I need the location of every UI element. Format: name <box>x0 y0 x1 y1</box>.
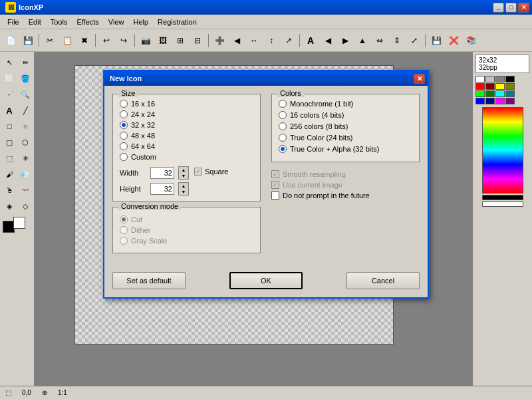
dialog-left-panel: Size 16 x 16 24 x 24 32 x 32 <box>112 94 261 259</box>
height-input[interactable] <box>150 183 174 195</box>
color-label-monochrome: Monochrome (1 bit) <box>290 100 353 108</box>
color-radio-true24[interactable] <box>279 134 287 142</box>
grayscale-radio[interactable] <box>120 237 128 245</box>
height-spinner: ▲ ▼ <box>178 182 189 196</box>
conversion-cut: Cut <box>120 215 253 223</box>
size-option-48: 48 x 48 <box>120 132 253 140</box>
grayscale-label: Gray Scale <box>131 237 167 245</box>
size-group-label: Size <box>118 89 138 97</box>
size-radio-32[interactable] <box>120 121 128 129</box>
ok-button[interactable]: OK <box>229 272 303 289</box>
dialog-close-button[interactable]: ✕ <box>414 74 425 84</box>
conversion-mode-label: Conversion mode <box>118 202 181 210</box>
width-label: Width <box>120 169 146 177</box>
width-row: Width ▲ ▼ <box>120 166 189 180</box>
size-radio-64[interactable] <box>120 142 128 150</box>
dialog-title-bar: New Icon ✕ <box>104 71 428 86</box>
color-label-true32: True Color + Alpha (32 bits) <box>290 145 379 153</box>
width-input[interactable] <box>150 167 174 179</box>
color-monochrome: Monochrome (1 bit) <box>279 100 412 108</box>
size-radio-48[interactable] <box>120 132 128 140</box>
dialog-overlay: New Icon ✕ Size 16 x 16 24 x 24 <box>0 0 532 399</box>
color-label-256: 256 colors (8 bits) <box>290 122 348 130</box>
size-label-24: 24 x 24 <box>131 110 155 118</box>
size-option-custom: Custom <box>120 153 253 161</box>
smooth-resampling-checkbox[interactable] <box>271 170 279 178</box>
color-radio-true32[interactable] <box>279 145 287 153</box>
size-option-64: 64 x 64 <box>120 142 253 150</box>
use-current-image-item: Use current image <box>271 181 420 189</box>
size-group: Size 16 x 16 24 x 24 32 x 32 <box>112 94 261 201</box>
size-label-16: 16 x 16 <box>131 100 155 108</box>
dialog-right-panel: Colors Monochrome (1 bit) 16 colors (4 b… <box>271 94 420 259</box>
smooth-resampling-item: Smooth resampling <box>271 170 420 178</box>
size-radio-16[interactable] <box>120 100 128 108</box>
size-label-64: 64 x 64 <box>131 142 155 150</box>
colors-group-label: Colors <box>277 89 304 97</box>
cut-label: Cut <box>131 215 142 223</box>
size-option-32: 32 x 32 <box>120 121 253 129</box>
dialog-title: New Icon <box>110 74 142 82</box>
color-16: 16 colors (4 bits) <box>279 111 412 119</box>
height-row: Height ▲ ▼ <box>120 182 189 196</box>
cut-radio[interactable] <box>120 215 128 223</box>
color-label-true24: True Color (24 bits) <box>290 134 352 142</box>
cancel-button[interactable]: Cancel <box>346 272 420 289</box>
dither-label: Dither <box>131 226 150 234</box>
dialog-content: Size 16 x 16 24 x 24 32 x 32 <box>104 86 428 267</box>
size-option-24: 24 x 24 <box>120 110 253 118</box>
height-spinner-down[interactable]: ▼ <box>179 189 188 195</box>
conversion-mode-items: Cut Dither Gray Scale <box>120 213 253 245</box>
new-icon-dialog: New Icon ✕ Size 16 x 16 24 x 24 <box>103 70 429 299</box>
width-spinner: ▲ ▼ <box>178 166 189 180</box>
do-not-prompt-item: Do not prompt in the future <box>271 192 420 200</box>
use-current-image-label: Use current image <box>283 181 342 189</box>
colors-group: Colors Monochrome (1 bit) 16 colors (4 b… <box>271 94 420 162</box>
size-label-custom: Custom <box>131 153 156 161</box>
conversion-grayscale: Gray Scale <box>120 237 253 245</box>
color-true32: True Color + Alpha (32 bits) <box>279 145 412 153</box>
use-current-image-checkbox[interactable] <box>271 181 279 189</box>
do-not-prompt-label: Do not prompt in the future <box>283 192 370 200</box>
size-radio-24[interactable] <box>120 110 128 118</box>
color-true24: True Color (24 bits) <box>279 134 412 142</box>
color-radio-256[interactable] <box>279 122 287 130</box>
set-default-button[interactable]: Set as default <box>112 272 186 289</box>
size-radio-custom[interactable] <box>120 153 128 161</box>
square-checkbox[interactable] <box>194 168 202 176</box>
conversion-mode-group: Conversion mode Cut Dither Gray Scale <box>112 207 261 253</box>
extra-options: Smooth resampling Use current image Do n… <box>271 168 420 205</box>
conversion-dither: Dither <box>120 226 253 234</box>
height-label: Height <box>120 185 146 193</box>
width-spinner-down[interactable]: ▼ <box>179 173 188 179</box>
color-radio-monochrome[interactable] <box>279 100 287 108</box>
dialog-footer: Set as default OK Cancel <box>104 267 428 297</box>
dither-radio[interactable] <box>120 226 128 234</box>
color-label-16: 16 colors (4 bits) <box>290 111 344 119</box>
color-256: 256 colors (8 bits) <box>279 122 412 130</box>
do-not-prompt-checkbox[interactable] <box>271 192 279 200</box>
size-label-32: 32 x 32 <box>131 121 155 129</box>
color-radio-16[interactable] <box>279 111 287 119</box>
size-option-16: 16 x 16 <box>120 100 253 108</box>
size-label-48: 48 x 48 <box>131 132 155 140</box>
square-label: Square <box>205 168 228 176</box>
smooth-resampling-label: Smooth resampling <box>283 170 346 178</box>
height-spinner-up[interactable]: ▲ <box>179 183 188 189</box>
width-spinner-up[interactable]: ▲ <box>179 167 188 173</box>
